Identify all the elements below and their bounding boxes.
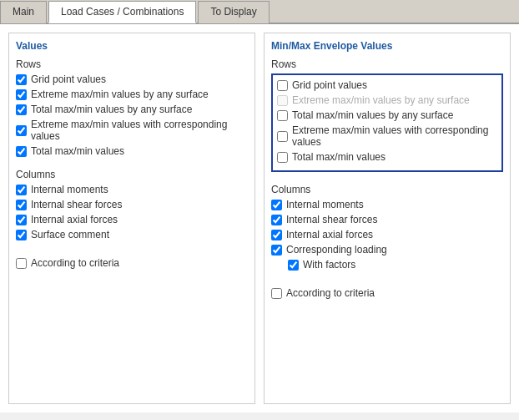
left-axial-forces-checkbox[interactable] [16, 215, 27, 225]
right-grid-point-label: Grid point values [292, 79, 367, 91]
left-total-checkbox[interactable] [16, 146, 27, 157]
right-corresponding-loading-checkbox[interactable] [271, 245, 282, 256]
left-panel: Values Rows Grid point values Extreme ma… [8, 33, 255, 404]
right-internal-moments-label: Internal moments [286, 199, 364, 210]
right-corresponding-loading-label: Corresponding loading [286, 244, 387, 256]
right-row-1: Grid point values [277, 79, 497, 91]
right-total-label: Total max/min values [292, 151, 385, 163]
tab-main[interactable]: Main [0, 1, 47, 23]
right-row-3: Total max/min values by any surface [277, 109, 497, 121]
right-col-3: Internal axial forces [271, 229, 503, 240]
left-extreme-checkbox[interactable] [16, 89, 27, 100]
right-total-checkbox[interactable] [277, 152, 288, 163]
right-axial-forces-checkbox[interactable] [271, 230, 282, 240]
left-total-any-checkbox[interactable] [16, 104, 27, 115]
left-col-1: Internal moments [16, 184, 248, 195]
left-internal-moments-checkbox[interactable] [16, 185, 27, 195]
tab-to-display[interactable]: To Display [198, 1, 269, 23]
right-columns-label: Columns [271, 184, 503, 195]
left-surface-comment-label: Surface comment [31, 229, 109, 240]
left-rows-label: Rows [16, 58, 248, 70]
left-shear-forces-label: Internal shear forces [31, 199, 122, 210]
right-row-2: Extreme max/min values by any surface [277, 94, 497, 106]
left-row-1: Grid point values [16, 73, 248, 85]
right-col-5: With factors [288, 259, 503, 271]
right-rows-box: Grid point values Extreme max/min values… [271, 73, 503, 172]
left-row-2: Extreme max/min values by any surface [16, 89, 248, 100]
left-extreme-corr-label: Extreme max/min values with correspondin… [31, 119, 248, 142]
left-row-3: Total max/min values by any surface [16, 104, 248, 115]
left-according-checkbox[interactable] [16, 258, 27, 269]
tab-load-cases[interactable]: Load Cases / Combinations [48, 1, 196, 23]
right-axial-forces-label: Internal axial forces [286, 229, 373, 240]
right-according-label: According to criteria [286, 287, 375, 299]
left-col-3: Internal axial forces [16, 214, 248, 225]
right-shear-forces-label: Internal shear forces [286, 214, 377, 225]
right-internal-moments-checkbox[interactable] [271, 200, 282, 210]
left-panel-title: Values [16, 40, 248, 52]
right-extreme-label: Extreme max/min values by any surface [292, 94, 470, 106]
left-extreme-corr-checkbox[interactable] [16, 125, 27, 136]
right-col-2: Internal shear forces [271, 214, 503, 225]
left-total-any-label: Total max/min values by any surface [31, 104, 192, 115]
right-col-1: Internal moments [271, 199, 503, 210]
right-extreme-corr-checkbox[interactable] [277, 131, 288, 142]
right-extreme-corr-label: Extreme max/min values with correspondin… [292, 124, 497, 148]
left-total-label: Total max/min values [31, 145, 124, 157]
tabs-bar: Main Load Cases / Combinations To Displa… [0, 0, 519, 24]
right-with-factors-checkbox[interactable] [288, 260, 299, 271]
left-columns-label: Columns [16, 169, 248, 180]
right-according-checkbox[interactable] [271, 288, 282, 299]
right-total-any-checkbox[interactable] [277, 110, 288, 121]
left-row-4: Extreme max/min values with correspondin… [16, 119, 248, 142]
left-col-2: Internal shear forces [16, 199, 248, 210]
left-surface-comment-checkbox[interactable] [16, 230, 27, 240]
right-row-5: Total max/min values [277, 151, 497, 163]
right-extreme-checkbox [277, 95, 288, 106]
right-shear-forces-checkbox[interactable] [271, 215, 282, 225]
right-grid-point-checkbox[interactable] [277, 80, 288, 91]
left-col-4: Surface comment [16, 229, 248, 240]
right-panel-title: Min/Max Envelope Values [271, 40, 503, 52]
left-extreme-label: Extreme max/min values by any surface [31, 89, 209, 100]
right-according: According to criteria [271, 287, 503, 299]
left-internal-moments-label: Internal moments [31, 184, 108, 195]
right-row-4: Extreme max/min values with correspondin… [277, 124, 497, 148]
left-axial-forces-label: Internal axial forces [31, 214, 118, 225]
left-row-5: Total max/min values [16, 145, 248, 157]
right-rows-label: Rows [271, 58, 503, 70]
right-col-4: Corresponding loading [271, 244, 503, 256]
left-according: According to criteria [16, 257, 248, 269]
right-with-factors-label: With factors [303, 259, 355, 271]
right-total-any-label: Total max/min values by any surface [292, 109, 453, 121]
left-grid-point-checkbox[interactable] [16, 74, 27, 85]
right-panel: Min/Max Envelope Values Rows Grid point … [264, 33, 511, 404]
left-shear-forces-checkbox[interactable] [16, 200, 27, 210]
left-grid-point-label: Grid point values [31, 73, 106, 85]
left-according-label: According to criteria [31, 257, 119, 269]
